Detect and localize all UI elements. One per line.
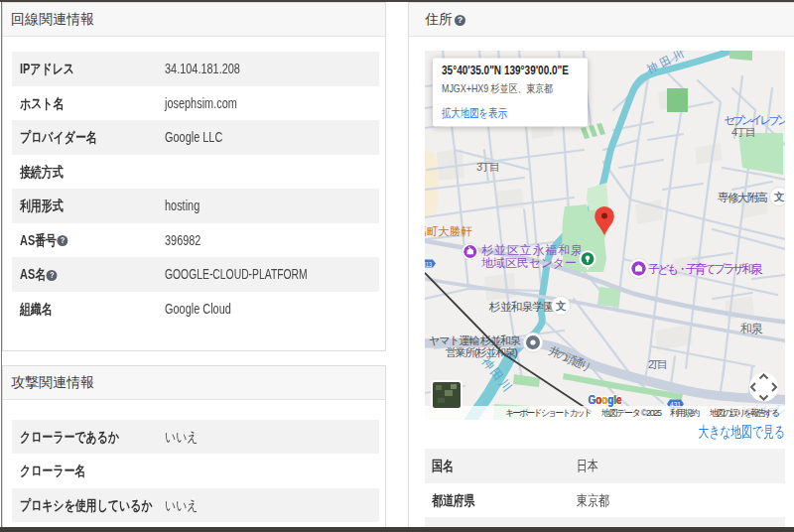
svg-text:MJGX+HX9 杉並区、東京都: MJGX+HX9 杉並区、東京都 bbox=[442, 82, 553, 94]
svg-text:福町大勝軒: 福町大勝軒 bbox=[425, 225, 472, 237]
svg-text:地図データ ©2025: 地図データ ©2025 bbox=[600, 408, 662, 418]
svg-text:和泉: 和泉 bbox=[740, 322, 763, 335]
svg-text:専修大附高: 専修大附高 bbox=[718, 192, 768, 203]
svg-text:利用規約: 利用規約 bbox=[669, 408, 700, 418]
svg-text:子ども・子育てプラザ和泉: 子ども・子育てプラザ和泉 bbox=[648, 262, 763, 276]
svg-text:地域区民センター: 地域区民センター bbox=[481, 256, 577, 270]
svg-text:4丁目: 4丁目 bbox=[731, 126, 756, 138]
svg-text:2丁目: 2丁目 bbox=[648, 358, 668, 370]
svg-text:営業所(杉並和泉): 営業所(杉並和泉) bbox=[446, 346, 518, 358]
svg-text:キーボード ショートカット: キーボード ショートカット bbox=[505, 408, 593, 418]
svg-text:413: 413 bbox=[425, 261, 432, 268]
svg-text:ヤマト運輸 杉並和泉: ヤマト運輸 杉並和泉 bbox=[429, 334, 521, 346]
svg-text:文: 文 bbox=[773, 191, 784, 202]
svg-text:3丁目: 3丁目 bbox=[476, 161, 500, 173]
svg-text:杉並区立永福和泉: 杉並区立永福和泉 bbox=[481, 243, 583, 257]
svg-text:拡大地図を表示: 拡大地図を表示 bbox=[442, 106, 507, 120]
svg-text:セブン-イレブン: セブン-イレブン bbox=[724, 114, 785, 126]
svg-text:文: 文 bbox=[555, 300, 566, 312]
svg-text:35°40'35.0"N 139°39'00.0"E: 35°40'35.0"N 139°39'00.0"E bbox=[442, 64, 569, 77]
svg-text:Google: Google bbox=[588, 393, 621, 407]
svg-text:地図の誤りを報告する: 地図の誤りを報告する bbox=[709, 408, 780, 418]
svg-text:杉並和泉学園: 杉並和泉学園 bbox=[488, 301, 555, 313]
